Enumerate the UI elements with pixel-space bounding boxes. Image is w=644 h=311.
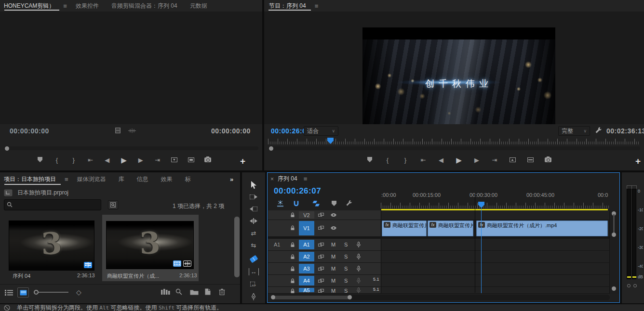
selection-tool[interactable]	[242, 180, 265, 190]
slip-tool[interactable]: ↔	[242, 267, 265, 276]
tab-markers[interactable]: 标	[179, 173, 197, 185]
project-vertical-scrollbar[interactable]	[234, 217, 240, 277]
track-a5-content[interactable]	[381, 287, 609, 293]
close-icon[interactable]: ×	[270, 176, 274, 182]
new-item-button[interactable]	[204, 288, 211, 295]
add-marker-icon[interactable]	[332, 201, 336, 207]
meter-solo-left-button[interactable]	[627, 284, 631, 287]
sync-lock-icon[interactable]	[318, 225, 324, 231]
tab-effect-controls[interactable]: 效果控件	[69, 0, 105, 12]
tab-info[interactable]: 信息	[131, 173, 155, 185]
project-item-sequence[interactable]: 3 序列 04 2:36:13	[4, 215, 100, 281]
track-v2-target-badge[interactable]: V2	[299, 211, 314, 219]
audio-meter-left[interactable]	[627, 189, 631, 279]
linked-selection-icon[interactable]	[312, 201, 320, 207]
step-forward-button[interactable]: ▶	[137, 157, 144, 164]
project-item-clip[interactable]: 3 商融联盟宣传片（成... 2:36:13	[102, 215, 199, 281]
voiceover-mic-icon[interactable]	[356, 254, 361, 260]
voiceover-mic-icon[interactable]	[356, 287, 361, 294]
source-patch-a1[interactable]: A1	[274, 242, 280, 247]
tab-overflow-icon[interactable]: »	[230, 176, 233, 183]
sequence-thumbnail[interactable]: 3	[9, 220, 94, 271]
solo-button[interactable]: S	[344, 266, 348, 272]
icon-view-button[interactable]	[17, 287, 29, 298]
panel-menu-icon[interactable]: ≡	[65, 176, 68, 183]
program-seekbar-handle[interactable]	[269, 146, 273, 151]
sync-lock-icon[interactable]	[318, 242, 324, 247]
go-to-in-button[interactable]: ⇤	[420, 157, 427, 164]
lock-icon[interactable]	[290, 278, 295, 284]
lock-icon[interactable]	[290, 288, 295, 294]
toggle-track-output-eye-icon[interactable]	[330, 213, 337, 217]
mark-out-button[interactable]: }	[402, 157, 409, 164]
find-button[interactable]	[175, 288, 182, 295]
zoom-handle-left[interactable]	[271, 295, 275, 299]
mute-button[interactable]: M	[331, 278, 335, 284]
program-time-ruler[interactable]	[268, 138, 640, 144]
play-button[interactable]: ▶	[456, 157, 462, 164]
track-height-handle[interactable]	[612, 286, 616, 291]
mark-in-button[interactable]: {	[384, 157, 391, 164]
sync-lock-icon[interactable]	[318, 254, 324, 259]
sort-icons-button[interactable]: ◇	[76, 288, 81, 296]
vertical-scrollbar-thumb[interactable]	[613, 214, 615, 234]
zoom-handle-right[interactable]	[348, 295, 352, 299]
toggle-track-output-eye-icon[interactable]	[330, 226, 337, 230]
search-input[interactable]	[4, 199, 101, 210]
sync-lock-icon[interactable]	[318, 278, 324, 284]
track-a5-target-badge[interactable]: A5	[299, 288, 314, 292]
play-button[interactable]: ▶	[121, 157, 127, 164]
sync-lock-icon[interactable]	[318, 288, 324, 294]
mute-button[interactable]: M	[331, 254, 335, 259]
tab-libraries[interactable]: 库	[112, 173, 131, 185]
lock-icon[interactable]	[290, 242, 295, 247]
mute-button[interactable]: M	[331, 242, 335, 247]
sync-lock-icon[interactable]	[318, 266, 324, 272]
solo-button[interactable]: S	[344, 278, 348, 284]
tab-project[interactable]: 项目：日本旅拍项目	[3, 172, 62, 186]
list-view-button[interactable]	[5, 289, 13, 296]
playback-resolution-select[interactable]: 完整 ∨	[558, 126, 590, 136]
panel-menu-icon[interactable]: ≡	[304, 175, 308, 182]
export-frame-button[interactable]	[204, 157, 211, 164]
rate-stretch-tool[interactable]: ⇆	[242, 240, 265, 250]
tab-program[interactable]: 节目：序列 04	[267, 0, 312, 12]
sync-lock-icon[interactable]	[318, 212, 324, 218]
source-seekbar[interactable]	[4, 146, 258, 150]
panel-menu-icon[interactable]: ≡	[315, 2, 319, 10]
timeline-playhead-line[interactable]	[481, 207, 482, 293]
extract-button[interactable]	[527, 157, 534, 164]
clip-thumbnail[interactable]: 3	[106, 221, 194, 269]
solo-button[interactable]: S	[344, 254, 348, 259]
mute-button[interactable]: M	[331, 266, 335, 272]
mute-button[interactable]: M	[331, 288, 335, 294]
step-forward-button[interactable]: ▶	[473, 157, 480, 164]
lock-icon[interactable]	[290, 225, 295, 231]
ripple-edit-tool[interactable]	[242, 216, 265, 226]
track-a2-target-badge[interactable]: A2	[299, 252, 314, 261]
go-to-out-button[interactable]: ⇥	[154, 157, 161, 164]
timeline-ruler-ticks[interactable]	[381, 202, 609, 208]
track-a4-content[interactable]	[381, 275, 609, 286]
tab-source[interactable]: HONEYCAM剪辑）	[3, 0, 61, 12]
insert-button[interactable]	[171, 157, 177, 164]
program-seekbar[interactable]	[268, 146, 640, 150]
timeline-current-timecode[interactable]: 00:00:26:07	[274, 186, 321, 196]
snap-magnet-icon[interactable]	[293, 201, 299, 207]
rolling-edit-tool[interactable]: ⇄	[242, 228, 265, 238]
export-frame-button[interactable]	[545, 157, 551, 164]
lock-icon[interactable]	[290, 212, 295, 218]
tab-media-browser[interactable]: 媒体浏览器	[71, 173, 112, 185]
source-seekbar-handle[interactable]	[5, 146, 9, 151]
tab-audio-clip-mixer[interactable]: 音频剪辑混合器：序列 04	[105, 0, 184, 12]
vertical-scroll-handle-bottom[interactable]	[612, 233, 616, 237]
timeline-horizontal-scrollbar[interactable]	[270, 295, 610, 300]
lift-button[interactable]	[509, 157, 516, 164]
project-breadcrumb[interactable]: 日本旅拍项目.prproj	[4, 189, 68, 197]
tab-effects[interactable]: 效果	[155, 173, 179, 185]
drag-audio-only-icon[interactable]	[128, 129, 136, 133]
timeline-settings-wrench-icon[interactable]	[346, 200, 352, 207]
track-a2-content[interactable]	[381, 251, 609, 262]
audio-meter-right[interactable]	[632, 189, 636, 279]
pen-tool[interactable]	[242, 292, 265, 301]
